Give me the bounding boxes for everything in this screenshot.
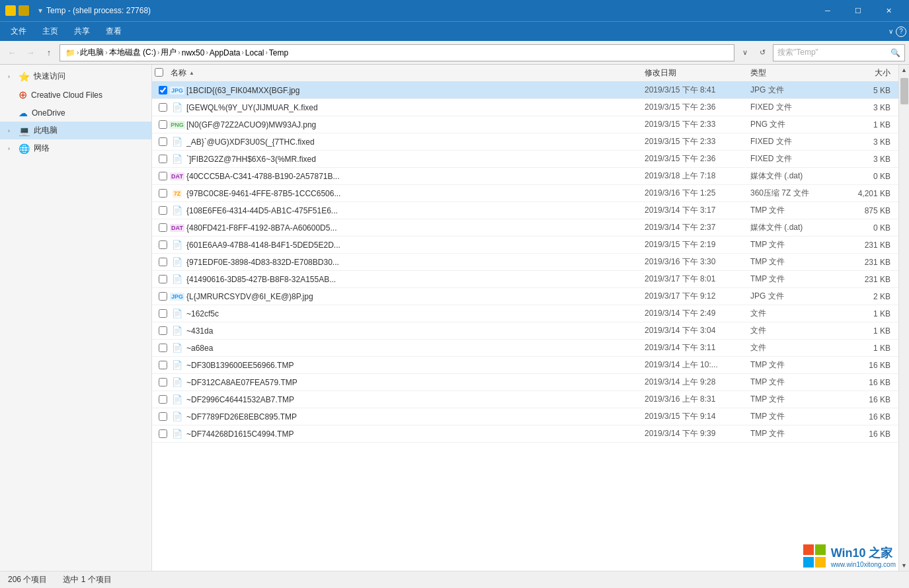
sidebar-item-creative-cloud[interactable]: ⊕ Creative Cloud Files bbox=[0, 85, 151, 104]
file-checkbox-0[interactable] bbox=[155, 86, 171, 94]
col-header-name[interactable]: 名称 ▲ bbox=[171, 67, 645, 79]
sidebar-label-onedrive: OneDrive bbox=[32, 108, 146, 118]
file-date-6: 2019/3/16 下午 1:25 bbox=[645, 188, 750, 199]
table-row[interactable]: 📄 {601E6AA9-47B8-4148-B4F1-5DED5E2D... 2… bbox=[152, 237, 898, 254]
file-icon-9: 📄 bbox=[171, 239, 184, 252]
file-checkbox-1[interactable] bbox=[155, 103, 171, 112]
table-row[interactable]: DAT {40CCC5BA-C341-4788-B190-2A57871B...… bbox=[152, 168, 898, 185]
table-row[interactable]: DAT {480FD421-F8FF-4192-8B7A-A60600D5...… bbox=[152, 219, 898, 237]
table-row[interactable]: 📄 {971EDF0E-3898-4D83-832D-E708BD30... 2… bbox=[152, 254, 898, 271]
col-header-size[interactable]: 大小 bbox=[836, 67, 896, 79]
table-row[interactable]: 📄 ~DF744268D1615C4994.TMP 2019/3/14 下午 9… bbox=[152, 425, 898, 443]
file-name-18: ~DF2996C46441532AB7.TMP bbox=[186, 395, 645, 404]
file-icon-5: DAT bbox=[171, 170, 184, 183]
window-controls: ─ ☐ ✕ bbox=[812, 0, 904, 21]
file-checkbox-2[interactable] bbox=[155, 120, 171, 129]
menu-view[interactable]: 查看 bbox=[98, 23, 130, 40]
file-icon-0: JPG bbox=[171, 84, 184, 97]
file-checkbox-7[interactable] bbox=[155, 206, 171, 215]
refresh-button[interactable]: ↺ bbox=[754, 45, 770, 61]
file-name-1: [GEWQL%(9Y_UY(JIJMUAR_K.fixed bbox=[186, 103, 645, 112]
file-checkbox-10[interactable] bbox=[155, 258, 171, 266]
file-checkbox-17[interactable] bbox=[155, 378, 171, 386]
search-placeholder: 搜索"Temp" bbox=[777, 47, 890, 58]
file-date-3: 2019/3/15 下午 2:33 bbox=[645, 136, 750, 147]
check-all[interactable] bbox=[155, 68, 171, 79]
file-checkbox-13[interactable] bbox=[155, 309, 171, 318]
table-row[interactable]: 7Z {97BC0C8E-9461-4FFE-87B5-1CCC6506... … bbox=[152, 185, 898, 202]
file-checkbox-5[interactable] bbox=[155, 172, 171, 180]
help-button[interactable]: ? bbox=[896, 26, 906, 37]
scroll-down-arrow[interactable]: ▼ bbox=[899, 560, 910, 571]
file-checkbox-15[interactable] bbox=[155, 344, 171, 352]
right-scrollbar[interactable]: ▲ ▼ bbox=[898, 65, 909, 571]
file-checkbox-18[interactable] bbox=[155, 395, 171, 404]
sidebar-item-quick-access[interactable]: › ⭐ 快速访问 bbox=[0, 67, 151, 85]
table-row[interactable]: 📄 ~a68ea 2019/3/14 下午 3:11 文件 1 KB bbox=[152, 340, 898, 357]
table-row[interactable]: 📄 _AB}`@UG)XDF3U0S(_{7THC.fixed 2019/3/1… bbox=[152, 133, 898, 151]
scroll-thumb[interactable] bbox=[900, 78, 908, 104]
maximize-button[interactable]: ☐ bbox=[843, 0, 873, 21]
table-row[interactable]: 📄 ~DF7789FD26E8EBC895.TMP 2019/3/15 下午 9… bbox=[152, 408, 898, 425]
file-checkbox-20[interactable] bbox=[155, 429, 171, 438]
file-checkbox-19[interactable] bbox=[155, 412, 171, 421]
address-path[interactable]: 📁 › 此电脑 › 本地磁盘 (C:) › 用户 › nwx50 › AppDa… bbox=[59, 44, 734, 61]
scroll-up-arrow[interactable]: ▲ bbox=[899, 65, 910, 75]
forward-button[interactable]: → bbox=[22, 45, 38, 61]
menu-share[interactable]: 共享 bbox=[66, 23, 98, 40]
close-button[interactable]: ✕ bbox=[873, 0, 904, 21]
table-row[interactable]: 📄 ~DF2996C46441532AB7.TMP 2019/3/16 上午 8… bbox=[152, 391, 898, 408]
file-checkbox-16[interactable] bbox=[155, 361, 171, 369]
menu-home[interactable]: 主页 bbox=[34, 23, 66, 40]
file-checkbox-11[interactable] bbox=[155, 275, 171, 283]
dropdown-button[interactable]: ∨ bbox=[737, 45, 753, 61]
file-date-17: 2019/3/14 上午 9:28 bbox=[645, 377, 750, 388]
col-header-date[interactable]: 修改日期 bbox=[645, 67, 750, 79]
up-button[interactable]: ↑ bbox=[41, 45, 57, 61]
sidebar-item-network[interactable]: › 🌐 网络 bbox=[0, 139, 151, 157]
file-icon-6: 7Z bbox=[171, 187, 184, 200]
table-row[interactable]: 📄 [GEWQL%(9Y_UY(JIJMUAR_K.fixed 2019/3/1… bbox=[152, 99, 898, 116]
file-checkbox-14[interactable] bbox=[155, 326, 171, 335]
scroll-track[interactable] bbox=[899, 75, 909, 560]
table-row[interactable]: JPG [1BCID{(63_FIK04MXX{BGF.jpg 2019/3/1… bbox=[152, 82, 898, 99]
menu-file[interactable]: 文件 bbox=[3, 23, 34, 40]
search-icon[interactable]: 🔍 bbox=[890, 48, 900, 57]
search-box[interactable]: 搜索"Temp" 🔍 bbox=[773, 44, 905, 61]
file-name-20: ~DF744268D1615C4994.TMP bbox=[186, 429, 645, 439]
sidebar-item-this-pc[interactable]: › 💻 此电脑 bbox=[0, 122, 151, 139]
table-row[interactable]: 📄 ~DF30B139600EE56966.TMP 2019/3/14 上午 1… bbox=[152, 357, 898, 374]
file-icon-18: 📄 bbox=[171, 393, 184, 406]
table-row[interactable]: PNG [N0(GF@72Z2ACUO9)MW93AJ.png 2019/3/1… bbox=[152, 116, 898, 133]
file-type-15: 文件 bbox=[750, 342, 836, 353]
file-checkbox-4[interactable] bbox=[155, 155, 171, 163]
file-type-6: 360压缩 7Z 文件 bbox=[750, 188, 836, 199]
file-size-11: 231 KB bbox=[836, 275, 896, 284]
file-list-area[interactable]: JPG [1BCID{(63_FIK04MXX{BGF.jpg 2019/3/1… bbox=[152, 82, 898, 571]
minimize-button[interactable]: ─ bbox=[812, 0, 843, 21]
back-button[interactable]: ← bbox=[4, 45, 20, 61]
file-checkbox-3[interactable] bbox=[155, 137, 171, 146]
file-checkbox-9[interactable] bbox=[155, 240, 171, 249]
file-name-8: {480FD421-F8FF-4192-8B7A-A60600D5... bbox=[186, 223, 645, 233]
path-segment-4: nwx50 bbox=[182, 48, 205, 57]
table-row[interactable]: 📄 {108E6FE6-4314-44D5-AB1C-475F51E6... 2… bbox=[152, 202, 898, 219]
file-size-18: 16 KB bbox=[836, 395, 896, 404]
col-header-type[interactable]: 类型 bbox=[750, 67, 836, 79]
table-row[interactable]: 📄 ~162cf5c 2019/3/14 下午 2:49 文件 1 KB bbox=[152, 305, 898, 322]
file-checkbox-8[interactable] bbox=[155, 223, 171, 232]
file-date-10: 2019/3/16 下午 3:30 bbox=[645, 256, 750, 268]
file-checkbox-6[interactable] bbox=[155, 189, 171, 198]
select-all-checkbox[interactable] bbox=[155, 68, 163, 77]
menu-bar: 文件 主页 共享 查看 ∨ ? bbox=[0, 21, 909, 41]
file-date-13: 2019/3/14 下午 2:49 bbox=[645, 308, 750, 319]
expand-arrow-network: › bbox=[8, 145, 19, 152]
file-date-4: 2019/3/15 下午 2:36 bbox=[645, 153, 750, 165]
table-row[interactable]: 📄 ~431da 2019/3/14 下午 3:04 文件 1 KB bbox=[152, 322, 898, 340]
file-checkbox-12[interactable] bbox=[155, 292, 171, 301]
table-row[interactable]: JPG {L{JMRURCSYDV@6I_KE@)8P.jpg 2019/3/1… bbox=[152, 288, 898, 305]
table-row[interactable]: 📄 ~DF312CA8AE07FEA579.TMP 2019/3/14 上午 9… bbox=[152, 374, 898, 391]
table-row[interactable]: 📄 `]FIB2G2Z@7HH$6X6~3(%MR.fixed 2019/3/1… bbox=[152, 151, 898, 168]
sidebar-item-onedrive[interactable]: ☁ OneDrive bbox=[0, 104, 151, 122]
table-row[interactable]: 📄 {41490616-3D85-427B-B8F8-32A155AB... 2… bbox=[152, 271, 898, 288]
